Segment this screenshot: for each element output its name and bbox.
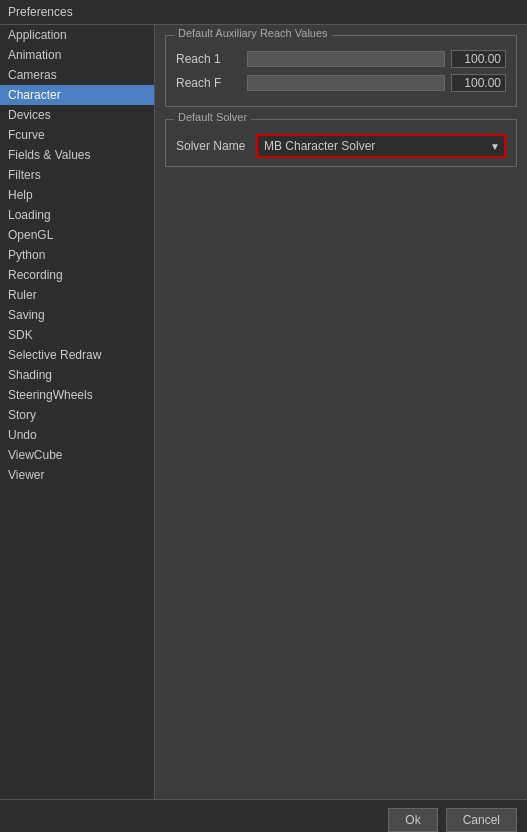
sidebar-item-sdk[interactable]: SDK: [0, 325, 154, 345]
sidebar-item-animation[interactable]: Animation: [0, 45, 154, 65]
sidebar-item-undo[interactable]: Undo: [0, 425, 154, 445]
sidebar-item-saving[interactable]: Saving: [0, 305, 154, 325]
reach-values-group: Default Auxiliary Reach Values Reach 1 R…: [165, 35, 517, 107]
reachF-slider[interactable]: [247, 75, 445, 91]
sidebar-item-opengl[interactable]: OpenGL: [0, 225, 154, 245]
sidebar-item-fcurve[interactable]: Fcurve: [0, 125, 154, 145]
solver-select-wrapper: MB Character SolverFK/IK SolverNone ▼: [256, 134, 506, 158]
sidebar-item-help[interactable]: Help: [0, 185, 154, 205]
reachF-value[interactable]: [451, 74, 506, 92]
reach-values-title: Default Auxiliary Reach Values: [174, 27, 332, 39]
title-bar: Preferences: [0, 0, 527, 25]
cancel-button[interactable]: Cancel: [446, 808, 517, 832]
solver-name-select[interactable]: MB Character SolverFK/IK SolverNone: [258, 136, 504, 156]
sidebar-item-filters[interactable]: Filters: [0, 165, 154, 185]
reachF-row: Reach F: [176, 74, 506, 92]
sidebar-item-story[interactable]: Story: [0, 405, 154, 425]
sidebar-item-steeringwheels[interactable]: SteeringWheels: [0, 385, 154, 405]
sidebar-item-shading[interactable]: Shading: [0, 365, 154, 385]
sidebar-item-fields-values[interactable]: Fields & Values: [0, 145, 154, 165]
solver-group-title: Default Solver: [174, 111, 251, 123]
ok-button[interactable]: Ok: [388, 808, 437, 832]
sidebar: ApplicationAnimationCamerasCharacterDevi…: [0, 25, 155, 799]
sidebar-item-application[interactable]: Application: [0, 25, 154, 45]
sidebar-item-viewcube[interactable]: ViewCube: [0, 445, 154, 465]
sidebar-item-selective-redraw[interactable]: Selective Redraw: [0, 345, 154, 365]
sidebar-item-viewer[interactable]: Viewer: [0, 465, 154, 485]
reach1-label: Reach 1: [176, 52, 241, 66]
sidebar-item-cameras[interactable]: Cameras: [0, 65, 154, 85]
sidebar-item-character[interactable]: Character: [0, 85, 154, 105]
sidebar-item-ruler[interactable]: Ruler: [0, 285, 154, 305]
sidebar-item-python[interactable]: Python: [0, 245, 154, 265]
sidebar-item-loading[interactable]: Loading: [0, 205, 154, 225]
sidebar-item-recording[interactable]: Recording: [0, 265, 154, 285]
window-title: Preferences: [8, 5, 73, 19]
reach1-value[interactable]: [451, 50, 506, 68]
content-area: Default Auxiliary Reach Values Reach 1 R…: [155, 25, 527, 799]
solver-name-row: Solver Name MB Character SolverFK/IK Sol…: [176, 134, 506, 158]
bottom-bar: Ok Cancel: [0, 799, 527, 832]
reach1-row: Reach 1: [176, 50, 506, 68]
reachF-label: Reach F: [176, 76, 241, 90]
solver-group: Default Solver Solver Name MB Character …: [165, 119, 517, 167]
reach1-slider[interactable]: [247, 51, 445, 67]
solver-name-label: Solver Name: [176, 139, 256, 153]
sidebar-item-devices[interactable]: Devices: [0, 105, 154, 125]
